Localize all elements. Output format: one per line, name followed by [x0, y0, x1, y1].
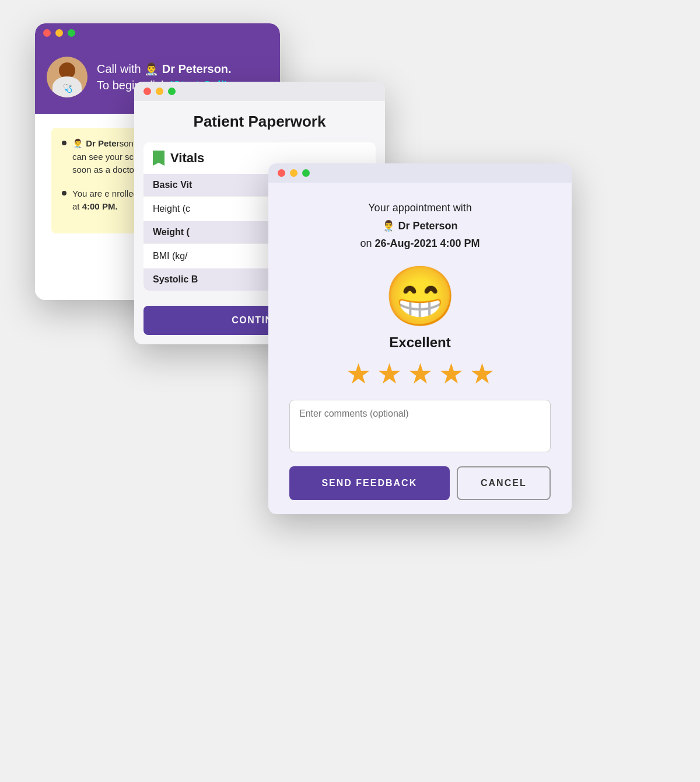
bullet-dot-2 — [62, 191, 66, 196]
feedback-emoji: 😁 — [289, 267, 551, 325]
stars-row: ★ ★ ★ ★ ★ — [289, 360, 551, 388]
paperwork-traffic-green[interactable] — [168, 88, 176, 95]
appointment-doctor-icon: 👨‍⚕️ — [382, 220, 398, 232]
bullet-icon-1: 👨‍⚕️ — [72, 138, 86, 148]
bookmark-icon — [153, 151, 164, 166]
bullet-dot-1 — [62, 141, 66, 145]
appointment-datetime: on 26-Aug-2021 4:00 PM — [289, 235, 551, 253]
paperwork-titlebar — [134, 82, 385, 101]
paperwork-traffic-red[interactable] — [144, 88, 151, 95]
appointment-time: 4:00 PM — [440, 238, 480, 249]
call-title-line1: Call with 👨‍⚕️ Dr Peterson. — [97, 61, 232, 77]
appointment-on-text: on — [360, 238, 372, 249]
star-3[interactable]: ★ — [408, 360, 433, 388]
call-text-prefix: Call with — [97, 62, 141, 75]
star-5[interactable]: ★ — [470, 360, 495, 388]
call-titlebar — [35, 23, 280, 43]
appointment-doctor: 👨‍⚕️ Dr Peterson — [289, 217, 551, 235]
feedback-window: Your appointment with 👨‍⚕️ Dr Peterson o… — [268, 163, 572, 514]
appointment-text: Your appointment with 👨‍⚕️ Dr Peterson o… — [289, 199, 551, 253]
star-4[interactable]: ★ — [439, 360, 464, 388]
vitals-title: Vitals — [170, 151, 204, 166]
appointment-line1: Your appointment with — [289, 199, 551, 217]
traffic-light-green[interactable] — [68, 29, 75, 37]
send-feedback-button[interactable]: SEND FEEDBACK — [289, 466, 450, 500]
avatar-body: 🩺 — [52, 76, 82, 97]
rating-label: Excellent — [289, 334, 551, 351]
avatar: 🩺 — [47, 57, 88, 97]
appointment-doctor-name: Dr Peterson — [398, 220, 457, 232]
appointment-date: 26-Aug-2021 — [374, 238, 437, 249]
feedback-traffic-green[interactable] — [302, 169, 310, 177]
feedback-body: Your appointment with 👨‍⚕️ Dr Peterson o… — [268, 183, 572, 514]
feedback-buttons: SEND FEEDBACK CANCEL — [289, 466, 551, 500]
feedback-traffic-red[interactable] — [278, 169, 285, 177]
star-1[interactable]: ★ — [346, 360, 371, 388]
paperwork-traffic-yellow[interactable] — [156, 88, 163, 95]
comments-input[interactable] — [289, 400, 551, 452]
traffic-light-yellow[interactable] — [55, 29, 63, 37]
feedback-traffic-yellow[interactable] — [290, 169, 298, 177]
call-doctor-icon: 👨‍⚕️ — [144, 62, 162, 75]
traffic-light-red[interactable] — [43, 29, 51, 37]
feedback-titlebar — [268, 163, 572, 183]
stethoscope-icon: 🩺 — [62, 83, 72, 93]
call-doctor-name: Dr Peterson. — [162, 62, 232, 75]
paperwork-title: Patient Paperwork — [134, 101, 385, 137]
star-2[interactable]: ★ — [377, 360, 402, 388]
cancel-button[interactable]: CANCEL — [457, 466, 551, 500]
